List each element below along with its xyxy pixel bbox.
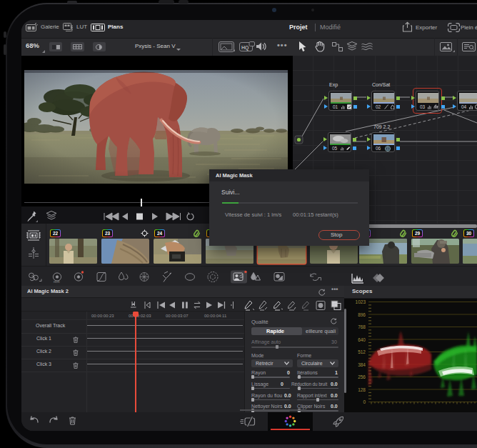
svg-text:768: 768 <box>358 324 366 329</box>
svg-text:HDR: HDR <box>54 280 60 284</box>
svg-text:128: 128 <box>358 387 366 392</box>
svg-text:384: 384 <box>358 362 366 367</box>
svg-text:512: 512 <box>358 349 366 354</box>
svg-text:896: 896 <box>358 312 366 317</box>
svg-text:HQ: HQ <box>241 45 249 51</box>
svg-text:640: 640 <box>358 337 366 342</box>
svg-text:1023: 1023 <box>356 299 366 304</box>
svg-text:256: 256 <box>358 374 366 379</box>
svg-text:0: 0 <box>363 399 366 404</box>
